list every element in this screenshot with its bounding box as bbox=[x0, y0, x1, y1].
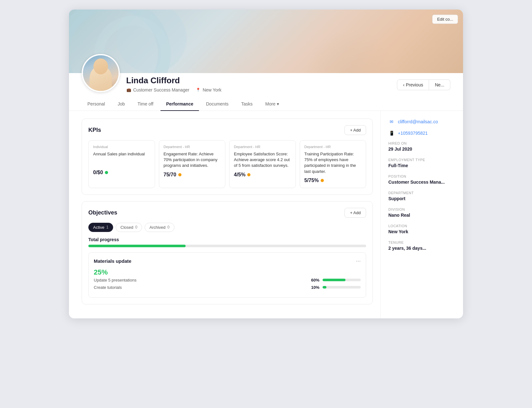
sidebar-location: Location New York bbox=[388, 224, 455, 234]
obj-tab-closed[interactable]: Closed 0 bbox=[116, 223, 142, 232]
profile-location-item: 📍 New York bbox=[196, 87, 222, 92]
materials-card: Materials update ··· 25% Update 5 presen… bbox=[88, 252, 366, 298]
tabs-bar: Personal Job Time off Performance Docume… bbox=[69, 98, 463, 111]
kpi-value-0: 0/$0 bbox=[93, 170, 150, 175]
obj-tab-active-label: Active bbox=[93, 225, 104, 230]
obj-tab-closed-count: 0 bbox=[135, 225, 138, 229]
employment-type-value: Full-Time bbox=[388, 163, 455, 168]
kpi-description-3: Training Participation Rate: 75% of empl… bbox=[304, 151, 362, 174]
obj-tab-archived-label: Archived bbox=[149, 225, 166, 230]
sidebar-email-link[interactable]: clifforrd@mailsac.co bbox=[398, 119, 438, 124]
task-bar-bg-1 bbox=[323, 286, 361, 289]
objectives-header: Objectives + Add bbox=[88, 208, 366, 218]
progress-bar-fill bbox=[88, 245, 186, 247]
next-button[interactable]: Ne... bbox=[429, 79, 450, 90]
tenure-label: Tenure bbox=[388, 241, 455, 244]
materials-overall-pct: 25% bbox=[94, 268, 361, 276]
task-bar-bg-0 bbox=[323, 279, 361, 281]
obj-tab-archived-count: 0 bbox=[167, 225, 170, 229]
email-icon: ✉ bbox=[388, 119, 395, 125]
sidebar-email-item: ✉ clifforrd@mailsac.co bbox=[388, 119, 455, 125]
kpi-card-2: Department - HR Employee Satisfaction Sc… bbox=[229, 140, 296, 188]
objectives-section: Objectives + Add Active 1 Closed 0 Archi… bbox=[82, 201, 373, 304]
kpi-description-1: Engagement Rate: Achieve 70% participati… bbox=[164, 151, 221, 169]
sidebar-department: Department Support bbox=[388, 191, 455, 201]
total-progress-section: Total progress bbox=[88, 237, 366, 247]
location-value: New York bbox=[388, 229, 455, 234]
objectives-title: Objectives bbox=[88, 209, 117, 216]
division-value: Nano Real bbox=[388, 213, 455, 218]
department-label: Department bbox=[388, 191, 455, 195]
kpi-card-3: Department - HR Training Participation R… bbox=[300, 140, 366, 188]
kpi-status-dot-1 bbox=[178, 173, 181, 176]
profile-location: New York bbox=[203, 87, 222, 92]
profile-title-item: 💼 Customer Success Manager bbox=[126, 87, 189, 92]
kpi-category-0: Individual bbox=[93, 145, 150, 149]
avatar-image bbox=[83, 55, 119, 91]
task-row-0: Update 5 presentations 60% bbox=[94, 278, 361, 282]
task-row-1: Create tutorials 10% bbox=[94, 285, 361, 290]
obj-tab-archived[interactable]: Archived 0 bbox=[145, 223, 174, 232]
kpis-add-button[interactable]: + Add bbox=[344, 125, 366, 135]
task-bar-fill-0 bbox=[323, 279, 345, 281]
kpi-category-1: Department - HR bbox=[164, 145, 221, 149]
more-label: More bbox=[265, 101, 276, 106]
location-label: Location bbox=[388, 224, 455, 228]
obj-tab-active[interactable]: Active 1 bbox=[88, 223, 113, 232]
division-label: Division bbox=[388, 207, 455, 211]
profile-nav-buttons: ‹ Previous Ne... bbox=[397, 79, 450, 90]
kpi-description-2: Employee Satisfaction Score: Achieve ave… bbox=[234, 151, 291, 169]
location-icon: 📍 bbox=[196, 87, 201, 92]
kpi-value-3: 5/75% bbox=[304, 178, 362, 183]
task-bar-fill-1 bbox=[323, 286, 326, 289]
phone-icon: 📱 bbox=[388, 130, 395, 136]
tab-tasks[interactable]: Tasks bbox=[235, 98, 258, 111]
tab-documents[interactable]: Documents bbox=[200, 98, 234, 111]
kpis-title: KPIs bbox=[88, 127, 101, 133]
kpis-grid: Individual Annual Sales plan individual … bbox=[88, 140, 366, 188]
tab-personal[interactable]: Personal bbox=[82, 98, 111, 111]
tab-performance[interactable]: Performance bbox=[160, 98, 199, 111]
kpi-card-1: Department - HR Engagement Rate: Achieve… bbox=[159, 140, 226, 188]
tab-job[interactable]: Job bbox=[112, 98, 131, 111]
task-pct-1: 10% bbox=[308, 285, 319, 290]
obj-tab-closed-label: Closed bbox=[120, 225, 133, 230]
main-layout: KPIs + Add Individual Annual Sales plan … bbox=[69, 111, 463, 318]
avatar bbox=[82, 54, 120, 92]
page-container: Edit co... Linda Clifford 💼 Customer Suc… bbox=[69, 10, 463, 318]
kpi-value-2: 4/5% bbox=[234, 172, 291, 178]
kpis-header: KPIs + Add bbox=[88, 125, 366, 135]
employment-type-label: Employment type bbox=[388, 158, 455, 162]
tab-more[interactable]: More ▾ bbox=[260, 98, 285, 111]
task-name-1: Create tutorials bbox=[94, 285, 308, 290]
next-label: Ne... bbox=[435, 82, 444, 87]
kpi-value-1: 75/70 bbox=[164, 172, 221, 178]
sidebar-phone: +10593795821 bbox=[398, 131, 428, 136]
objectives-add-button[interactable]: + Add bbox=[344, 208, 366, 218]
sidebar-position: Position Customer Success Mana... bbox=[388, 174, 455, 185]
task-pct-0: 60% bbox=[308, 278, 319, 282]
kpi-status-dot-0 bbox=[105, 171, 108, 174]
kpi-category-2: Department - HR bbox=[234, 145, 291, 149]
position-label: Position bbox=[388, 174, 455, 178]
sidebar-tenure: Tenure 2 years, 36 days... bbox=[388, 241, 455, 251]
edit-cover-button[interactable]: Edit co... bbox=[432, 15, 458, 24]
position-value: Customer Success Mana... bbox=[388, 180, 455, 185]
sidebar-phone-item: 📱 +10593795821 bbox=[388, 130, 455, 136]
department-value: Support bbox=[388, 196, 455, 201]
tab-timeoff[interactable]: Time off bbox=[132, 98, 159, 111]
sidebar: ✉ clifforrd@mailsac.co 📱 +10593795821 Hi… bbox=[380, 111, 463, 318]
kpi-status-dot-3 bbox=[321, 179, 324, 182]
kpi-status-dot-2 bbox=[247, 173, 250, 176]
materials-more-button[interactable]: ··· bbox=[356, 258, 361, 264]
previous-button[interactable]: ‹ Previous bbox=[397, 79, 429, 90]
hired-on-value: 29 Jul 2020 bbox=[388, 146, 455, 152]
materials-title: Materials update bbox=[94, 258, 131, 264]
content-area: KPIs + Add Individual Annual Sales plan … bbox=[69, 111, 380, 318]
kpi-card-0: Individual Annual Sales plan individual … bbox=[88, 140, 155, 188]
obj-tab-active-count: 1 bbox=[106, 225, 108, 229]
chevron-left-icon: ‹ bbox=[403, 82, 405, 87]
profile-title: Customer Success Manager bbox=[133, 87, 189, 92]
objectives-tabs: Active 1 Closed 0 Archived 0 bbox=[88, 223, 366, 232]
kpi-description-0: Annual Sales plan individual bbox=[93, 151, 150, 167]
